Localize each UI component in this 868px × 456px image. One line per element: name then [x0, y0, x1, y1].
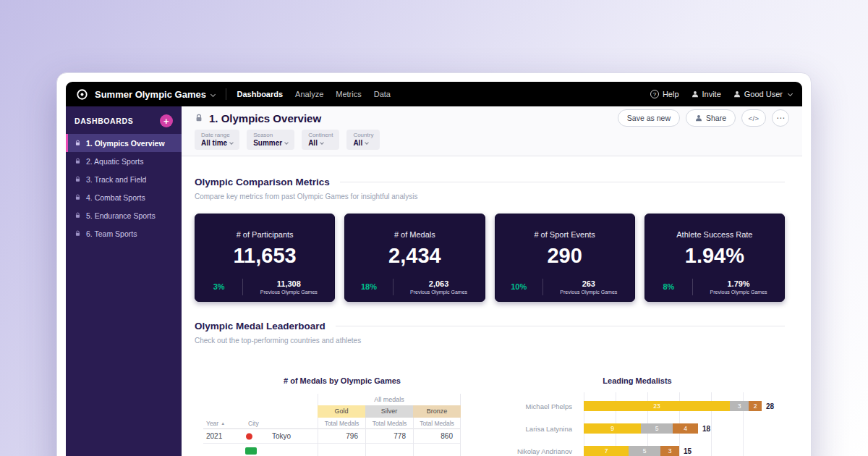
kpi-participants: # of Participants 11,653 3% 11,308 Previ… [195, 214, 335, 302]
kpi-previous-label: Previous Olympic Games [543, 290, 634, 295]
bar-segment-gold: 9 [584, 423, 641, 434]
kpi-previous-label: Previous Olympic Games [243, 290, 334, 295]
workspace-title: Summer Olympic Games [95, 89, 206, 100]
gooddata-logo[interactable] [76, 88, 88, 101]
bar-segment-bronze: 2 [749, 401, 762, 411]
sidebar-title: DASHBOARDS [75, 117, 133, 125]
filter-label: Country [353, 132, 373, 139]
column-header-city[interactable]: City [245, 420, 318, 427]
embed-code-button[interactable]: </> [741, 109, 766, 127]
app-window: Summer Olympic Games Dashboards Analyze … [56, 72, 812, 456]
sidebar-item-label: 4. Combat Sports [86, 193, 145, 202]
sidebar-item-track-and-field[interactable]: 3. Track and Field [66, 170, 182, 188]
filter-season[interactable]: Season Summer [247, 130, 294, 150]
filter-label: Season [253, 132, 288, 139]
medals-pivot-table: All medals Gold Silver Bronze [203, 394, 461, 456]
kpi-medals: # of Medals 2,434 18% 2,063 Previous Oly… [344, 214, 485, 302]
nav-metrics[interactable]: Metrics [336, 90, 361, 98]
sidebar-item-label: 3. Track and Field [86, 175, 146, 184]
kpi-value: 2,434 [388, 244, 441, 268]
kpi-row: # of Participants 11,653 3% 11,308 Previ… [195, 214, 785, 302]
nav-data[interactable]: Data [374, 90, 391, 98]
section-title: Olympic Comparison Metrics [195, 177, 330, 187]
sidebar-item-team-sports[interactable]: 6. Team Sports [66, 224, 182, 242]
sidebar-item-endurance-sports[interactable]: 5. Endurance Sports [66, 206, 182, 224]
dashboard-content: Olympic Comparison Metrics Compare key m… [182, 156, 802, 456]
user-name: Good User [744, 90, 783, 98]
nav-dashboards[interactable]: Dashboards [237, 90, 284, 98]
kpi-previous-label: Previous Olympic Games [393, 290, 485, 295]
invite-label: Invite [702, 90, 721, 98]
leaderboard-panels: # of Medals by Olympic Games All medals … [195, 355, 785, 456]
flag-rect [245, 447, 257, 455]
filter-value: All [308, 139, 318, 148]
bar-segment-silver: 5 [641, 423, 673, 434]
user-menu[interactable]: Good User [733, 90, 792, 98]
kpi-value: 290 [547, 244, 582, 268]
chevron-down-icon [320, 140, 324, 145]
more-icon: ⋯ [776, 113, 785, 123]
more-options-button[interactable]: ⋯ [772, 109, 789, 127]
sidebar-item-olympics-overview[interactable]: 1. Olympics Overview [66, 134, 182, 152]
sidebar-item-label: 5. Endurance Sports [86, 211, 156, 220]
table-title: # of Medals by Olympic Games [195, 376, 490, 385]
column-header-gold: Gold [318, 405, 365, 418]
sidebar-item-combat-sports[interactable]: 4. Combat Sports [66, 188, 182, 206]
bar-segment-silver: 5 [629, 446, 660, 456]
column-header-silver: Silver [365, 405, 413, 418]
share-button[interactable]: Share [686, 109, 736, 127]
bar-segment-bronze: 4 [673, 423, 698, 434]
bar-segment-silver: 3 [730, 401, 749, 411]
kpi-success-rate: Athlete Success Rate 1.94% 8% 1.79% Prev… [644, 214, 785, 302]
save-as-new-button[interactable]: Save as new [618, 109, 680, 127]
medals-table-panel: # of Medals by Olympic Games All medals … [195, 355, 490, 456]
column-header-bronze: Bronze [413, 405, 461, 418]
kpi-title: # of Participants [237, 230, 294, 239]
filter-date-range[interactable]: Date range All time [195, 130, 239, 150]
top-navigation-bar: Summer Olympic Games Dashboards Analyze … [66, 82, 802, 106]
lock-icon [75, 176, 81, 182]
bar-total-label: 18 [702, 425, 710, 433]
filter-continent[interactable]: Continent All [302, 130, 339, 150]
nav-analyze[interactable]: Analyze [295, 90, 323, 98]
bar-segment-gold: 7 [584, 446, 629, 456]
invite-button[interactable]: Invite [692, 90, 721, 98]
sidebar-item-aquatic-sports[interactable]: 2. Aquatic Sports [66, 152, 182, 170]
group-header: All medals [318, 394, 461, 405]
workspace-selector[interactable]: Summer Olympic Games [95, 89, 215, 100]
section-rule [336, 326, 785, 326]
category-label: Larisa Latynina [490, 425, 584, 433]
dashboards-sidebar: DASHBOARDS + 1. Olympics Overview 2. Aqu… [66, 106, 182, 456]
chart-title: Leading Medalists [490, 376, 785, 385]
dashboard-header: 1. Olympics Overview Save as new Share <… [182, 106, 802, 130]
kpi-previous-value: 11,308 [243, 279, 334, 288]
invite-person-icon [692, 90, 699, 98]
kpi-delta: 10% [495, 282, 542, 291]
main-nav: Dashboards Analyze Metrics Data [237, 90, 391, 98]
help-menu[interactable]: ? Help [650, 90, 679, 98]
sidebar-item-label: 1. Olympics Overview [86, 139, 165, 148]
lock-icon [75, 212, 81, 219]
embed-code-icon: </> [748, 114, 759, 122]
cell-city: Tokyo [245, 432, 318, 440]
chevron-down-icon [229, 140, 234, 145]
lock-icon [75, 194, 81, 200]
sidebar-item-label: 2. Aquatic Sports [86, 157, 143, 166]
sidebar-header: DASHBOARDS + [66, 106, 182, 134]
filter-value: Summer [253, 139, 282, 148]
kpi-previous-label: Previous Olympic Games [693, 290, 784, 295]
kpi-delta: 8% [645, 282, 692, 291]
filter-bar: Date range All time Season Summer Contin… [182, 130, 802, 156]
table-row-partial [203, 444, 461, 456]
measure-label: Total Medals [318, 418, 365, 429]
add-dashboard-button[interactable]: + [160, 114, 173, 127]
medalists-bar-chart: Michael Phelps 23 3 2 28 Larisa [490, 395, 785, 456]
sort-asc-icon: ▲ [221, 421, 225, 426]
column-header-year[interactable]: Year ▲ [203, 420, 245, 427]
filter-label: Continent [308, 132, 333, 139]
section-subtitle: Check out the top-performing countries a… [195, 337, 785, 345]
kpi-previous-value: 263 [543, 279, 634, 288]
section-title: Olympic Medal Leaderboard [195, 321, 326, 332]
bar-segment-gold: 23 [584, 401, 730, 411]
filter-country[interactable]: Country All [346, 130, 380, 150]
